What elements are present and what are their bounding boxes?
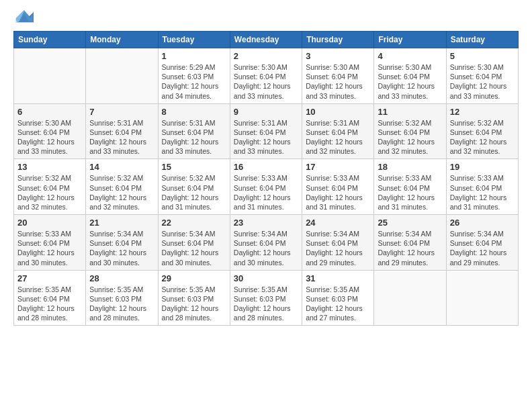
calendar-day-cell: 16 Sunrise: 5:33 AMSunset: 6:04 PMDaylig… [230,159,302,215]
calendar-week-row: 27 Sunrise: 5:35 AMSunset: 6:04 PMDaylig… [14,270,519,326]
day-number: 4 [378,51,442,61]
day-number: 11 [378,107,442,117]
weekday-header: Tuesday [158,32,230,48]
weekday-header: Sunday [14,32,86,48]
calendar-day-cell: 25 Sunrise: 5:34 AMSunset: 6:04 PMDaylig… [374,215,446,271]
calendar-day-cell: 18 Sunrise: 5:33 AMSunset: 6:04 PMDaylig… [374,159,446,215]
day-info: Sunrise: 5:32 AMSunset: 6:04 PMDaylight:… [89,173,154,212]
day-number: 2 [234,51,298,61]
day-number: 30 [234,273,298,283]
day-number: 3 [306,51,370,61]
day-number: 31 [306,273,370,283]
day-info: Sunrise: 5:32 AMSunset: 6:04 PMDaylight:… [378,118,442,156]
day-number: 6 [17,107,82,117]
calendar-day-cell: 13 Sunrise: 5:32 AMSunset: 6:04 PMDaylig… [14,159,86,215]
calendar-week-row: 6 Sunrise: 5:30 AMSunset: 6:04 PMDayligh… [14,103,519,159]
calendar-day-cell: 2 Sunrise: 5:30 AMSunset: 6:04 PMDayligh… [230,48,302,104]
day-info: Sunrise: 5:33 AMSunset: 6:04 PMDaylight:… [450,173,515,212]
day-info: Sunrise: 5:30 AMSunset: 6:04 PMDaylight:… [234,62,298,101]
calendar-day-cell: 31 Sunrise: 5:35 AMSunset: 6:03 PMDaylig… [302,270,374,326]
weekday-header: Thursday [302,32,374,48]
day-info: Sunrise: 5:30 AMSunset: 6:04 PMDaylight:… [17,118,82,156]
calendar-day-cell: 19 Sunrise: 5:33 AMSunset: 6:04 PMDaylig… [446,159,518,215]
calendar-day-cell: 6 Sunrise: 5:30 AMSunset: 6:04 PMDayligh… [14,103,86,159]
day-info: Sunrise: 5:34 AMSunset: 6:04 PMDaylight:… [89,229,154,267]
day-number: 20 [17,218,82,228]
day-number: 24 [306,218,370,228]
day-number: 26 [450,218,515,228]
calendar-day-cell: 15 Sunrise: 5:32 AMSunset: 6:04 PMDaylig… [158,159,230,215]
calendar-day-cell [446,270,518,326]
calendar-day-cell: 9 Sunrise: 5:31 AMSunset: 6:04 PMDayligh… [230,103,302,159]
day-info: Sunrise: 5:35 AMSunset: 6:04 PMDaylight:… [17,285,82,323]
calendar-day-cell: 14 Sunrise: 5:32 AMSunset: 6:04 PMDaylig… [86,159,158,215]
day-number: 18 [378,162,442,172]
day-info: Sunrise: 5:32 AMSunset: 6:04 PMDaylight:… [17,173,82,212]
day-number: 12 [450,107,515,117]
day-number: 13 [17,162,82,172]
calendar-day-cell: 26 Sunrise: 5:34 AMSunset: 6:04 PMDaylig… [446,215,518,271]
calendar-day-cell: 4 Sunrise: 5:30 AMSunset: 6:04 PMDayligh… [374,48,446,104]
day-number: 23 [234,218,298,228]
calendar-day-cell: 28 Sunrise: 5:35 AMSunset: 6:03 PMDaylig… [86,270,158,326]
calendar-header-row: SundayMondayTuesdayWednesdayThursdayFrid… [14,32,519,48]
day-info: Sunrise: 5:31 AMSunset: 6:04 PMDaylight:… [234,118,298,156]
day-number: 27 [17,273,82,283]
day-info: Sunrise: 5:30 AMSunset: 6:04 PMDaylight:… [450,62,515,101]
day-info: Sunrise: 5:30 AMSunset: 6:04 PMDaylight:… [378,62,442,101]
calendar-day-cell: 3 Sunrise: 5:30 AMSunset: 6:04 PMDayligh… [302,48,374,104]
calendar-week-row: 1 Sunrise: 5:29 AMSunset: 6:03 PMDayligh… [14,48,519,104]
calendar-day-cell: 1 Sunrise: 5:29 AMSunset: 6:03 PMDayligh… [158,48,230,104]
calendar-day-cell: 5 Sunrise: 5:30 AMSunset: 6:04 PMDayligh… [446,48,518,104]
day-number: 21 [89,218,154,228]
calendar-day-cell: 23 Sunrise: 5:34 AMSunset: 6:04 PMDaylig… [230,215,302,271]
header [13,7,519,26]
day-info: Sunrise: 5:33 AMSunset: 6:04 PMDaylight:… [234,173,298,212]
day-info: Sunrise: 5:33 AMSunset: 6:04 PMDaylight:… [306,173,370,212]
day-info: Sunrise: 5:35 AMSunset: 6:03 PMDaylight:… [89,285,154,323]
calendar-day-cell: 11 Sunrise: 5:32 AMSunset: 6:04 PMDaylig… [374,103,446,159]
day-number: 29 [162,273,226,283]
day-info: Sunrise: 5:34 AMSunset: 6:04 PMDaylight:… [306,229,370,267]
weekday-header: Friday [374,32,446,48]
calendar-day-cell: 10 Sunrise: 5:31 AMSunset: 6:04 PMDaylig… [302,103,374,159]
calendar-day-cell: 12 Sunrise: 5:32 AMSunset: 6:04 PMDaylig… [446,103,518,159]
day-number: 8 [162,107,226,117]
day-info: Sunrise: 5:34 AMSunset: 6:04 PMDaylight:… [450,229,515,267]
calendar-day-cell [86,48,158,104]
day-info: Sunrise: 5:31 AMSunset: 6:04 PMDaylight:… [162,118,226,156]
day-info: Sunrise: 5:35 AMSunset: 6:03 PMDaylight:… [162,285,226,323]
calendar-day-cell: 21 Sunrise: 5:34 AMSunset: 6:04 PMDaylig… [86,215,158,271]
day-number: 14 [89,162,154,172]
day-number: 28 [89,273,154,283]
day-number: 22 [162,218,226,228]
day-number: 1 [162,51,226,61]
weekday-header: Wednesday [230,32,302,48]
day-number: 9 [234,107,298,117]
calendar-day-cell: 29 Sunrise: 5:35 AMSunset: 6:03 PMDaylig… [158,270,230,326]
calendar-table: SundayMondayTuesdayWednesdayThursdayFrid… [13,31,519,326]
day-info: Sunrise: 5:32 AMSunset: 6:04 PMDaylight:… [162,173,226,212]
day-number: 19 [450,162,515,172]
day-info: Sunrise: 5:31 AMSunset: 6:04 PMDaylight:… [306,118,370,156]
day-info: Sunrise: 5:32 AMSunset: 6:04 PMDaylight:… [450,118,515,156]
logo-icon [13,7,35,26]
day-info: Sunrise: 5:30 AMSunset: 6:04 PMDaylight:… [306,62,370,101]
calendar-day-cell: 20 Sunrise: 5:33 AMSunset: 6:04 PMDaylig… [14,215,86,271]
day-number: 7 [89,107,154,117]
calendar-day-cell [14,48,86,104]
day-number: 15 [162,162,226,172]
day-number: 16 [234,162,298,172]
day-info: Sunrise: 5:33 AMSunset: 6:04 PMDaylight:… [378,173,442,212]
day-number: 10 [306,107,370,117]
logo [13,7,38,26]
day-info: Sunrise: 5:29 AMSunset: 6:03 PMDaylight:… [162,62,226,101]
calendar-day-cell: 8 Sunrise: 5:31 AMSunset: 6:04 PMDayligh… [158,103,230,159]
day-number: 25 [378,218,442,228]
day-info: Sunrise: 5:31 AMSunset: 6:04 PMDaylight:… [89,118,154,156]
calendar-day-cell: 7 Sunrise: 5:31 AMSunset: 6:04 PMDayligh… [86,103,158,159]
calendar-day-cell: 17 Sunrise: 5:33 AMSunset: 6:04 PMDaylig… [302,159,374,215]
day-info: Sunrise: 5:33 AMSunset: 6:04 PMDaylight:… [17,229,82,267]
calendar-day-cell: 30 Sunrise: 5:35 AMSunset: 6:03 PMDaylig… [230,270,302,326]
calendar-day-cell: 22 Sunrise: 5:34 AMSunset: 6:04 PMDaylig… [158,215,230,271]
